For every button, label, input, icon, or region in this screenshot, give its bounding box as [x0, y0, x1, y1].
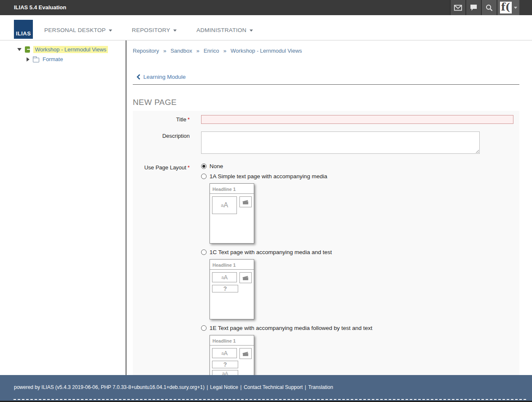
search-icon — [486, 4, 493, 11]
breadcrumb-separator: » — [196, 48, 199, 54]
radio-1a[interactable] — [201, 174, 207, 179]
footer: powered by ILIAS (v5.4.3 2019-06-06, PHP… — [0, 375, 532, 401]
nav-administration[interactable]: ADMINISTRATION — [196, 27, 253, 33]
translation-link[interactable]: Translation — [308, 384, 333, 390]
page-layout-label: Use Page Layout* — [133, 163, 190, 171]
breadcrumb-enrico[interactable]: Enrico — [204, 48, 219, 54]
chevron-down-icon — [109, 29, 112, 32]
radio-1c[interactable] — [201, 249, 207, 255]
question-block-icon: ? — [212, 285, 238, 292]
page-title: NEW PAGE — [133, 98, 519, 107]
ilias-page: ILIAS 5.4 Evaluation f( — [0, 0, 532, 402]
support-link[interactable]: Contact Technical Support — [244, 384, 303, 390]
preview-headline: Headline 1 — [210, 184, 254, 194]
layout-options: None 1A Simple text page with accompanyi… — [201, 163, 519, 375]
folder-icon — [33, 58, 39, 62]
radio-1e[interactable] — [201, 325, 207, 331]
mail-icon — [454, 5, 462, 11]
description-label: Description — [133, 131, 190, 139]
breadcrumb-repository[interactable]: Repository — [133, 48, 159, 54]
expand-triangle-icon[interactable] — [27, 57, 30, 62]
chevron-down-icon — [173, 29, 177, 32]
chat-icon — [470, 4, 477, 11]
layout-option-1c[interactable]: 1C Text page with accompanying media and… — [201, 249, 519, 255]
learning-module-icon — [25, 46, 30, 53]
nav-repository[interactable]: REPOSITORY — [132, 27, 177, 33]
breadcrumb-current[interactable]: Workshop - Lernmodul Views — [231, 48, 302, 54]
tree-item-label[interactable]: Formate — [43, 56, 63, 62]
back-to-learning-module-link[interactable]: Learning Module — [137, 74, 186, 80]
new-page-form: Title* Description Use Page La — [133, 111, 519, 375]
layout-preview-1c: Headline 1 aA ? — [210, 259, 254, 319]
title-row: Title* — [133, 115, 519, 124]
legal-notice-link[interactable]: Legal Notice — [210, 384, 238, 390]
required-marker: * — [188, 116, 190, 123]
tree-item-label[interactable]: Workshop - Lernmodul Views — [33, 46, 108, 53]
media-block-icon — [239, 196, 252, 207]
chevron-down-icon — [250, 29, 253, 32]
nav-personal-desktop[interactable]: PERSONAL DESKTOP — [44, 27, 112, 33]
layout-option-1a[interactable]: 1A Simple text page with accompanying me… — [201, 173, 519, 180]
title-label: Title* — [133, 115, 190, 123]
collapse-triangle-icon[interactable] — [17, 48, 21, 51]
breadcrumb-sandbox[interactable]: Sandbox — [170, 48, 192, 54]
back-link-bar: Learning Module — [133, 74, 519, 85]
top-icon-group: f( — [450, 0, 519, 15]
top-bar: ILIAS 5.4 Evaluation f( — [0, 0, 532, 15]
layout-option-1e[interactable]: 1E Text page with accompanying media fol… — [201, 325, 519, 331]
breadcrumb-separator: » — [163, 48, 166, 54]
repository-tree: Workshop - Lernmodul Views Formate — [0, 40, 126, 375]
title-input[interactable] — [201, 115, 513, 124]
media-block-icon — [239, 348, 252, 359]
page-layout-row: Use Page Layout* None 1A Simple text pag… — [133, 163, 519, 375]
text-block-icon: aA — [212, 348, 237, 358]
layout-preview-1a: Headline 1 aA — [210, 183, 254, 244]
description-row: Description — [133, 131, 519, 155]
main-content: Repository » Sandbox » Enrico » Workshop… — [126, 40, 532, 375]
chat-button[interactable] — [465, 0, 481, 15]
breadcrumb: Repository » Sandbox » Enrico » Workshop… — [133, 48, 519, 54]
avatar: f( — [500, 2, 512, 13]
text-block-icon: aA — [212, 370, 238, 375]
focus-outline — [13, 399, 526, 400]
required-marker: * — [188, 164, 190, 171]
radio-none[interactable] — [201, 163, 207, 169]
preview-headline: Headline 1 — [210, 335, 254, 346]
search-button[interactable] — [481, 0, 497, 15]
question-block-icon: ? — [212, 361, 238, 368]
installation-title: ILIAS 5.4 Evaluation — [0, 0, 450, 15]
layout-preview-1e: Headline 1 aA ? aA — [210, 335, 254, 375]
tree-item-formate[interactable]: Formate — [0, 56, 126, 62]
media-block-icon — [239, 272, 252, 283]
main-header: ILIAS PERSONAL DESKTOP REPOSITORY ADMINI… — [0, 15, 532, 40]
description-textarea[interactable] — [201, 131, 480, 154]
tree-item-workshop[interactable]: Workshop - Lernmodul Views — [0, 46, 126, 53]
ilias-logo[interactable]: ILIAS — [14, 20, 33, 39]
layout-option-none[interactable]: None — [201, 163, 519, 169]
user-menu-button[interactable]: f( — [497, 0, 519, 15]
preview-headline: Headline 1 — [210, 260, 254, 270]
main-nav: PERSONAL DESKTOP REPOSITORY ADMINISTRATI… — [44, 27, 253, 40]
chevron-down-icon — [514, 7, 517, 9]
mail-button[interactable] — [450, 0, 465, 15]
breadcrumb-separator: » — [223, 48, 226, 54]
text-block-icon: aA — [212, 272, 237, 282]
chevron-left-icon — [137, 74, 140, 80]
powered-by-text: powered by ILIAS (v5.4.3 2019-06-06, PHP… — [14, 384, 204, 390]
text-block-icon: aA — [212, 196, 237, 214]
content-wrap: Workshop - Lernmodul Views Formate Repos… — [0, 40, 532, 375]
